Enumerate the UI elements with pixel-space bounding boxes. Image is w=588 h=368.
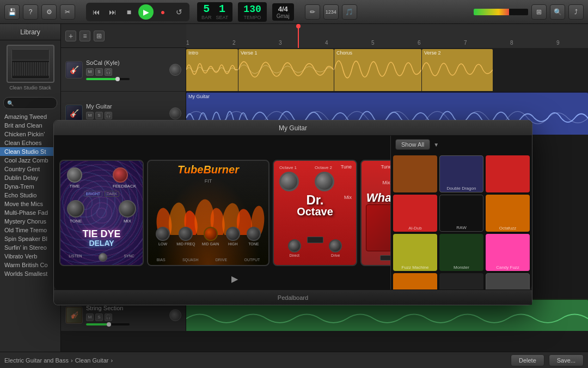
small-knob-tiedye[interactable] <box>99 253 107 262</box>
low-knob[interactable] <box>156 227 170 241</box>
browser-pedal-item[interactable]: Al-Dub <box>393 195 437 232</box>
library-item[interactable]: Spin Speaker Bl <box>0 234 60 243</box>
dr-octave-pedal[interactable]: Tune Octave 1 Octave 2 Mix Dr. Octave <box>273 160 357 266</box>
browser-pedal-item[interactable] <box>486 273 530 289</box>
delete-button[interactable]: Delete <box>511 354 544 366</box>
add-track-btn[interactable]: + <box>65 31 76 41</box>
time-knob[interactable]: TIME <box>67 167 82 189</box>
show-all-btn[interactable]: Show All <box>395 139 430 150</box>
audio-region[interactable]: Verse 1 <box>238 49 334 91</box>
rewind-btn[interactable]: ⏮ <box>89 5 103 19</box>
library-item[interactable]: Surfin' in Stereo <box>0 243 60 252</box>
library-search[interactable]: 🔍 <box>3 97 57 109</box>
drive-knob[interactable] <box>329 239 342 252</box>
track-options-btn[interactable]: ≡ <box>79 31 90 41</box>
share-btn[interactable]: ⤴ <box>568 4 584 20</box>
library-item[interactable]: Clean Echoes <box>0 138 60 147</box>
play-btn[interactable]: ▶ <box>138 4 154 20</box>
track-fader-strings-bar[interactable] <box>86 323 130 325</box>
octave1-knob[interactable] <box>279 172 299 191</box>
library-item[interactable]: Warm British Co <box>0 261 60 269</box>
library-item[interactable]: Clean Studio St <box>0 147 60 156</box>
midi-btn[interactable]: 1234 <box>323 4 339 20</box>
library-item[interactable]: Multi-Phase Fad <box>0 208 60 217</box>
tracks-controls-header: + ≡ ⊞ <box>61 31 186 41</box>
wham-pedal[interactable]: Tune Mix Wham! <box>360 160 390 266</box>
fader-knob[interactable] <box>115 77 120 81</box>
tone-knob[interactable]: TONE <box>67 200 84 224</box>
cut-btn[interactable]: ✂ <box>60 4 75 20</box>
audio-region[interactable]: Intro <box>186 49 238 91</box>
save-button[interactable]: Save... <box>549 354 584 366</box>
search-btn[interactable]: 🔍 <box>550 4 565 20</box>
browser-pedal-item[interactable]: Dr. Octave <box>439 273 483 289</box>
library-item[interactable]: Brit and Clean <box>0 121 60 130</box>
library-item[interactable]: Worlds Smallest <box>0 269 60 278</box>
library-item[interactable]: Echo Studio <box>0 191 60 200</box>
tiedye-delay-pedal[interactable]: TIME FEEDBACK BRIGHT DARK TONE <box>59 160 144 266</box>
save-btn[interactable]: 💾 <box>4 4 20 20</box>
dark-label[interactable]: DARK <box>105 191 119 197</box>
pencil-btn[interactable]: ✏ <box>305 4 320 20</box>
volume-knob-strings[interactable] <box>169 309 181 321</box>
help-btn[interactable]: ? <box>23 4 38 20</box>
browser-pedal-item[interactable] <box>393 155 437 192</box>
dropdown-arrow[interactable]: ▼ <box>433 142 439 148</box>
track-headphones-btn-guitar[interactable]: 🎧 <box>105 112 112 119</box>
browser-pedal-item[interactable] <box>486 155 530 192</box>
library-item[interactable]: Country Gent <box>0 165 60 173</box>
browser-pedal-item[interactable]: Candy Fuzz <box>486 234 530 271</box>
track-headphones-btn[interactable]: 🎧 <box>105 68 112 76</box>
browser-pedal-item[interactable]: Double Dragon <box>439 155 483 192</box>
volume-knob-socal[interactable] <box>169 64 181 76</box>
track-fader[interactable] <box>86 78 130 80</box>
track-mute-btn-guitar[interactable]: M <box>86 112 94 119</box>
tuner-btn[interactable]: 🎵 <box>342 4 357 20</box>
library-item[interactable]: Chicken Pickin' <box>0 130 60 138</box>
direct-knob[interactable] <box>288 239 301 252</box>
library-item[interactable]: Dyna-Trem <box>0 182 60 191</box>
mix-knob[interactable]: MIX <box>119 200 136 224</box>
timesig-display[interactable]: 4/4 Gmaj <box>272 3 294 21</box>
feedback-knob[interactable]: FEEDBACK <box>113 167 136 189</box>
tubeburner-pedal[interactable]: TubeBurner FIT LOW MID FREQ <box>147 160 270 266</box>
track-mute-btn[interactable]: M <box>86 68 94 76</box>
settings-btn[interactable]: ⚙ <box>41 4 57 20</box>
library-item[interactable]: Amazing Tweed <box>0 112 60 121</box>
bright-label[interactable]: BRIGHT <box>84 191 102 197</box>
browser-pedal-item[interactable]: Octafuzz <box>486 195 530 232</box>
library-item[interactable]: Mystery Chorus <box>0 217 60 226</box>
browser-pedal-item[interactable]: Monster <box>439 234 483 271</box>
cycle-btn[interactable]: ↺ <box>172 5 186 19</box>
library-item[interactable]: Old Time Tremo <box>0 226 60 234</box>
tempo-display[interactable]: 130 TEMPO <box>238 2 266 22</box>
library-item[interactable]: Vibrato Verb <box>0 252 60 261</box>
track-mute-btn-strings[interactable]: M <box>86 313 94 321</box>
browser-pedal-item[interactable]: TubeBurner <box>393 273 437 289</box>
track-headphones-btn-strings[interactable]: 🎧 <box>105 313 112 321</box>
track-solo-btn-guitar[interactable]: S <box>95 112 103 119</box>
browser-pedal-item[interactable]: RAW <box>439 195 483 232</box>
library-item[interactable]: Cool Jazz Comb <box>0 156 60 165</box>
fader-knob-strings[interactable] <box>107 322 111 327</box>
stop-btn[interactable]: ■ <box>122 5 136 19</box>
octave2-knob[interactable] <box>315 172 334 191</box>
fullscreen-btn[interactable]: ⊞ <box>531 4 547 20</box>
track-solo-btn-strings[interactable]: S <box>95 313 103 321</box>
footswitch-wham[interactable] <box>362 255 390 261</box>
midfreq-knob[interactable] <box>179 227 193 241</box>
record-btn[interactable]: ● <box>156 5 170 19</box>
track-view-btn[interactable]: ⊞ <box>94 31 105 41</box>
tone-knob-tb[interactable] <box>247 227 261 241</box>
play-arrow[interactable]: ▶ <box>231 274 238 284</box>
library-item[interactable]: Move the Mics <box>0 200 60 208</box>
library-item[interactable]: Dublin Delay <box>0 173 60 182</box>
midgain-knob[interactable] <box>204 227 218 241</box>
track-solo-btn[interactable]: S <box>95 68 103 76</box>
audio-region[interactable]: Chorus <box>334 49 421 91</box>
forward-btn[interactable]: ⏭ <box>106 5 120 19</box>
high-knob[interactable] <box>226 227 240 241</box>
audio-region[interactable]: Verse 2 <box>422 49 493 91</box>
volume-knob-guitar[interactable] <box>169 107 181 119</box>
browser-pedal-item[interactable]: Fuzz Machine <box>393 234 437 271</box>
